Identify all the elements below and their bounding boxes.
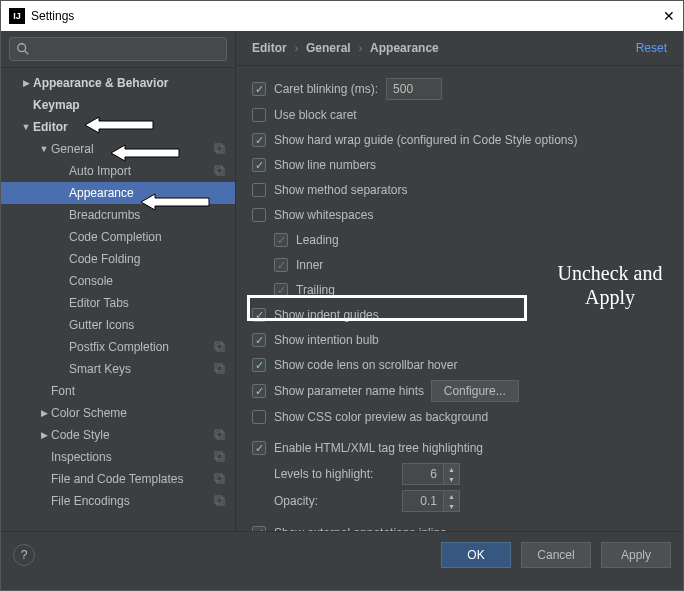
tree-file-code-templates[interactable]: File and Code Templates: [1, 468, 235, 490]
scope-icon: [213, 428, 227, 442]
tree-editor[interactable]: ▼Editor: [1, 116, 235, 138]
scope-icon: [213, 340, 227, 354]
opt-param-hints[interactable]: Show parameter name hints Configure...: [252, 380, 667, 402]
tree-console[interactable]: Console: [1, 270, 235, 292]
levels-spinner[interactable]: ▲▼: [402, 463, 460, 485]
tree-appearance[interactable]: Appearance: [1, 182, 235, 204]
levels-input[interactable]: [402, 463, 444, 485]
opt-ext-annot[interactable]: Show external annotations inline: [252, 523, 667, 531]
checkbox[interactable]: [252, 410, 266, 424]
search-input-wrap[interactable]: [9, 37, 227, 61]
apply-button[interactable]: Apply: [601, 542, 671, 568]
help-button[interactable]: ?: [13, 544, 35, 566]
svg-line-1: [25, 51, 29, 55]
opacity-input[interactable]: [402, 490, 444, 512]
tree-smart-keys[interactable]: Smart Keys: [1, 358, 235, 380]
tree-code-completion[interactable]: Code Completion: [1, 226, 235, 248]
opt-hard-wrap[interactable]: Show hard wrap guide (configured in Code…: [252, 130, 667, 150]
chevron-right-icon: ▶: [37, 408, 51, 418]
opt-ws-leading[interactable]: Leading: [252, 230, 667, 250]
checkbox[interactable]: [274, 258, 288, 272]
checkbox[interactable]: [274, 283, 288, 297]
tree-editor-tabs[interactable]: Editor Tabs: [1, 292, 235, 314]
tree-color-scheme[interactable]: ▶Color Scheme: [1, 402, 235, 424]
cancel-button[interactable]: Cancel: [521, 542, 591, 568]
spinner-down-icon[interactable]: ▼: [444, 501, 459, 511]
checkbox[interactable]: [252, 441, 266, 455]
scope-icon: [213, 142, 227, 156]
chevron-right-icon: ›: [359, 43, 362, 54]
title-bar: IJ Settings ✕: [1, 1, 683, 31]
window-title: Settings: [31, 9, 663, 23]
opt-intention-bulb[interactable]: Show intention bulb: [252, 330, 667, 350]
app-icon: IJ: [9, 8, 25, 24]
opt-method-sep[interactable]: Show method separators: [252, 180, 667, 200]
scope-icon: [213, 362, 227, 376]
tree-code-folding[interactable]: Code Folding: [1, 248, 235, 270]
checkbox[interactable]: [252, 108, 266, 122]
opt-css-preview[interactable]: Show CSS color preview as background: [252, 407, 667, 427]
chevron-right-icon: ▶: [19, 78, 33, 88]
tree-appearance-behavior[interactable]: ▶Appearance & Behavior: [1, 72, 235, 94]
checkbox[interactable]: [252, 183, 266, 197]
checkbox[interactable]: [274, 233, 288, 247]
svg-rect-13: [217, 454, 224, 461]
tree-inspections[interactable]: Inspections: [1, 446, 235, 468]
dialog-footer: ? OK Cancel Apply: [1, 531, 683, 577]
crumb-editor[interactable]: Editor: [252, 41, 287, 55]
tree-keymap[interactable]: Keymap: [1, 94, 235, 116]
caret-blink-input[interactable]: [386, 78, 442, 100]
checkbox[interactable]: [252, 158, 266, 172]
svg-rect-14: [215, 474, 222, 481]
chevron-right-icon: ›: [295, 43, 298, 54]
opt-opacity: Opacity:▲▼: [252, 490, 667, 512]
tree-postfix-completion[interactable]: Postfix Completion: [1, 336, 235, 358]
ok-button[interactable]: OK: [441, 542, 511, 568]
checkbox[interactable]: [252, 526, 266, 531]
checkbox[interactable]: [252, 308, 266, 322]
opt-levels: Levels to highlight:▲▼: [252, 463, 667, 485]
search-input[interactable]: [34, 42, 220, 56]
scope-icon: [213, 450, 227, 464]
spinner-up-icon[interactable]: ▲: [444, 464, 459, 474]
tree-general[interactable]: ▼General: [1, 138, 235, 160]
crumb-appearance: Appearance: [370, 41, 439, 55]
close-icon[interactable]: ✕: [663, 8, 675, 24]
svg-rect-2: [215, 144, 222, 151]
chevron-down-icon: ▼: [37, 144, 51, 154]
checkbox[interactable]: [252, 133, 266, 147]
configure-button[interactable]: Configure...: [431, 380, 519, 402]
main-panel: Editor › General › Appearance Reset Care…: [236, 31, 683, 531]
svg-rect-6: [215, 342, 222, 349]
checkbox[interactable]: [252, 358, 266, 372]
spinner-up-icon[interactable]: ▲: [444, 491, 459, 501]
opt-whitespaces[interactable]: Show whitespaces: [252, 205, 667, 225]
svg-rect-10: [215, 430, 222, 437]
svg-rect-12: [215, 452, 222, 459]
crumb-general[interactable]: General: [306, 41, 351, 55]
tree-auto-import[interactable]: Auto Import: [1, 160, 235, 182]
opt-indent-guides[interactable]: Show indent guides: [252, 305, 667, 325]
opt-ws-trailing[interactable]: Trailing: [252, 280, 667, 300]
chevron-right-icon: ▶: [37, 430, 51, 440]
opt-code-lens[interactable]: Show code lens on scrollbar hover: [252, 355, 667, 375]
checkbox[interactable]: [252, 384, 266, 398]
tree-code-style[interactable]: ▶Code Style: [1, 424, 235, 446]
opt-block-caret[interactable]: Use block caret: [252, 105, 667, 125]
reset-link[interactable]: Reset: [636, 41, 667, 55]
svg-rect-15: [217, 476, 224, 483]
spinner-down-icon[interactable]: ▼: [444, 474, 459, 484]
opt-caret-blink[interactable]: Caret blinking (ms):: [252, 78, 667, 100]
tree-gutter-icons[interactable]: Gutter Icons: [1, 314, 235, 336]
opt-html-tree[interactable]: Enable HTML/XML tag tree highlighting: [252, 438, 667, 458]
opt-line-numbers[interactable]: Show line numbers: [252, 155, 667, 175]
checkbox[interactable]: [252, 333, 266, 347]
tree-font[interactable]: Font: [1, 380, 235, 402]
tree-file-encodings[interactable]: File Encodings: [1, 490, 235, 512]
opacity-spinner[interactable]: ▲▼: [402, 490, 460, 512]
scope-icon: [213, 494, 227, 508]
checkbox[interactable]: [252, 82, 266, 96]
tree-breadcrumbs[interactable]: Breadcrumbs: [1, 204, 235, 226]
opt-ws-inner[interactable]: Inner: [252, 255, 667, 275]
checkbox[interactable]: [252, 208, 266, 222]
